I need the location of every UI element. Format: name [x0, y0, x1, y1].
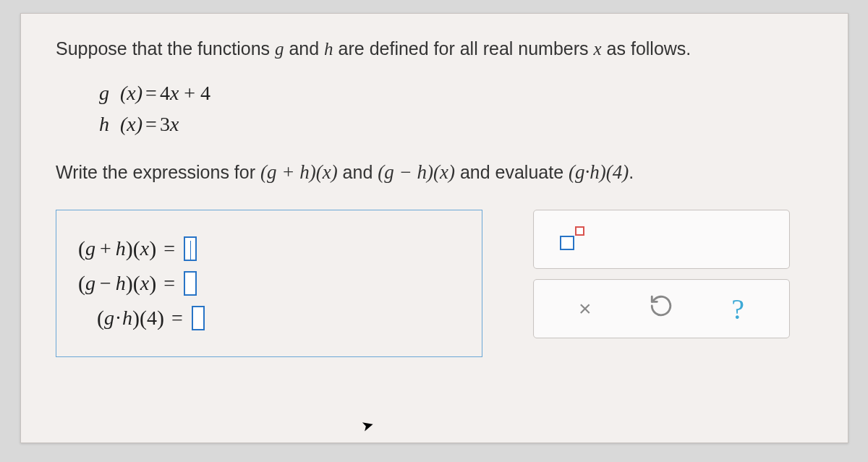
def-h: h (x)=3x — [99, 108, 813, 140]
row1-eq: = — [163, 237, 175, 260]
clear-icon: × — [579, 296, 592, 321]
intro-post: as follows. — [602, 38, 692, 59]
help-icon: ? — [731, 292, 744, 326]
undo-button[interactable] — [642, 290, 681, 328]
intro-text: Suppose that the functions g and h are d… — [56, 35, 813, 63]
function-definitions: g (x)=4x + 4 h (x)=3x — [99, 77, 813, 140]
prompt-text: Write the expressions for (g + h)(x) and… — [56, 157, 813, 188]
answer-input-2[interactable] — [184, 271, 197, 296]
def-eq2: = — [145, 113, 157, 135]
answer-input-1[interactable] — [184, 236, 197, 261]
def-g-fn: g — [99, 82, 109, 104]
answer-input-3[interactable] — [192, 306, 205, 330]
answers-box: (g+h)(x) = (g−h)(x) = (g·h)(4) = — [56, 210, 482, 357]
intro-mid1: and — [284, 38, 325, 59]
intro-h: h — [324, 39, 333, 59]
prompt-mid2: and evaluate — [455, 162, 569, 182]
intro-mid2: are defined for all real numbers — [333, 38, 594, 59]
def-g-arg: x — [127, 82, 135, 104]
answer-row-1: (g+h)(x) = — [78, 236, 460, 261]
intro-g: g — [275, 39, 284, 59]
toolbox: × ? — [533, 210, 790, 338]
clear-button[interactable]: × — [565, 290, 605, 328]
tool-row-actions: × ? — [533, 279, 790, 338]
tool-row-exponent — [533, 210, 790, 269]
prompt-post: . — [629, 162, 634, 182]
answer-row-3: (g·h)(4) = — [78, 306, 460, 330]
prompt-mid1: and — [338, 162, 378, 182]
row2-eq: = — [163, 272, 175, 295]
problem-sheet: Suppose that the functions g and h are d… — [20, 13, 848, 443]
prompt-e1: (g + h)(x) — [260, 161, 338, 183]
def-h-rhs: 3x — [160, 113, 179, 135]
prompt-e3: (g·h)(4) — [569, 161, 629, 183]
row3-eq: = — [171, 307, 183, 330]
exponent-icon — [560, 228, 583, 250]
def-h-arg: x — [127, 113, 135, 135]
exponent-button[interactable] — [551, 221, 591, 258]
def-g: g (x)=4x + 4 — [99, 77, 813, 108]
undo-icon — [649, 294, 673, 324]
answer-row-2: (g−h)(x) = — [78, 271, 460, 296]
def-eq1: = — [145, 82, 157, 104]
intro-x: x — [594, 39, 602, 59]
prompt-pre: Write the expressions for — [56, 162, 260, 182]
def-h-fn: h — [99, 113, 109, 135]
def-g-rhs: 4x + 4 — [160, 82, 210, 104]
intro-pre: Suppose that the functions — [56, 38, 275, 59]
prompt-e2: (g − h)(x) — [378, 161, 455, 183]
help-button[interactable]: ? — [718, 290, 758, 328]
answer-area: (g+h)(x) = (g−h)(x) = (g·h)(4) = — [56, 210, 813, 357]
